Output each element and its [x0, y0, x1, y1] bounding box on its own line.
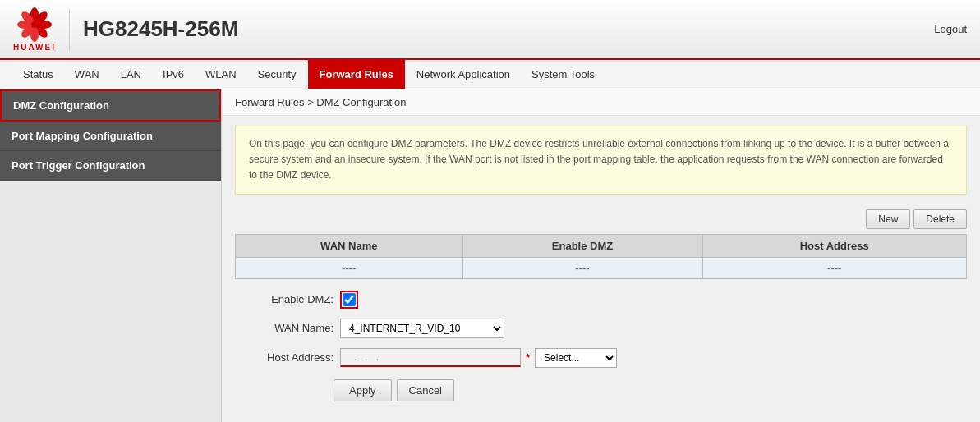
enable-dmz-control: [340, 291, 358, 309]
nav-ipv6[interactable]: IPv6: [153, 62, 194, 87]
enable-dmz-label: Enable DMZ:: [243, 293, 334, 305]
enable-dmz-checkbox-wrapper: [340, 291, 358, 309]
nav-network-application[interactable]: Network Application: [407, 62, 520, 87]
host-address-row: Host Address: * Select...: [235, 343, 967, 373]
enable-dmz-row: Enable DMZ:: [235, 286, 967, 314]
nav-wlan[interactable]: WLAN: [196, 62, 246, 87]
svg-point-8: [31, 21, 38, 28]
enable-dmz-checkbox[interactable]: [343, 293, 356, 306]
content-area: Forward Rules > DMZ Configuration On thi…: [222, 89, 980, 422]
header: HUAWEI HG8245H-256M Logout: [0, 0, 980, 60]
required-indicator: *: [526, 351, 530, 364]
nav-lan[interactable]: LAN: [111, 62, 151, 87]
cell-wan-name-placeholder: ----: [236, 257, 463, 278]
host-address-input[interactable]: [340, 348, 521, 367]
logo-container: HUAWEI: [13, 7, 56, 52]
col-wan-name: WAN Name: [236, 234, 463, 257]
header-left: HUAWEI HG8245H-256M: [13, 7, 238, 52]
nav-system-tools[interactable]: System Tools: [522, 62, 605, 87]
sidebar-dmz-config[interactable]: DMZ Configuration: [0, 89, 221, 122]
col-enable-dmz: Enable DMZ: [462, 234, 702, 257]
sidebar-port-trigger[interactable]: Port Trigger Configuration: [0, 151, 221, 181]
delete-button[interactable]: Delete: [913, 209, 967, 229]
nav-bar: Status WAN LAN IPv6 WLAN Security Forwar…: [0, 60, 980, 89]
toolbar: New Delete: [222, 204, 980, 234]
brand-name: HUAWEI: [13, 43, 56, 52]
dmz-table: WAN Name Enable DMZ Host Address ---- --…: [235, 234, 967, 279]
wan-name-control: 4_INTERNET_R_VID_10: [340, 319, 504, 338]
main-layout: DMZ Configuration Port Mapping Configura…: [0, 89, 980, 422]
host-address-select[interactable]: Select...: [535, 348, 617, 368]
sidebar-port-mapping[interactable]: Port Mapping Configuration: [0, 122, 221, 151]
col-host-address: Host Address: [702, 234, 967, 257]
breadcrumb: Forward Rules > DMZ Configuration: [222, 89, 980, 116]
new-button[interactable]: New: [866, 209, 910, 229]
wan-name-row: WAN Name: 4_INTERNET_R_VID_10: [235, 314, 967, 343]
nav-security[interactable]: Security: [248, 62, 306, 87]
cell-enable-dmz-placeholder: ----: [462, 257, 702, 278]
wan-name-label: WAN Name:: [243, 322, 334, 334]
sidebar: DMZ Configuration Port Mapping Configura…: [0, 89, 222, 422]
nav-status[interactable]: Status: [13, 62, 63, 87]
huawei-logo-icon: [13, 7, 56, 43]
logout-button[interactable]: Logout: [934, 23, 967, 35]
apply-button[interactable]: Apply: [334, 379, 392, 401]
nav-wan[interactable]: WAN: [65, 62, 109, 87]
app-title: HG8245H-256M: [83, 16, 238, 42]
header-divider: [69, 9, 70, 50]
host-address-control: * Select...: [340, 348, 617, 368]
cell-host-address-placeholder: ----: [702, 257, 967, 278]
table-header-row: WAN Name Enable DMZ Host Address: [236, 234, 967, 257]
wan-name-select[interactable]: 4_INTERNET_R_VID_10: [340, 319, 504, 338]
cancel-button[interactable]: Cancel: [397, 379, 454, 401]
nav-forward-rules[interactable]: Forward Rules: [308, 60, 405, 89]
dmz-form: Enable DMZ: WAN Name: 4_INTERNET_R_VID_1…: [235, 279, 967, 415]
info-box: On this page, you can configure DMZ para…: [235, 126, 967, 195]
table-row: ---- ---- ----: [236, 257, 967, 278]
host-address-label: Host Address:: [243, 351, 334, 364]
action-row: Apply Cancel: [235, 373, 967, 408]
